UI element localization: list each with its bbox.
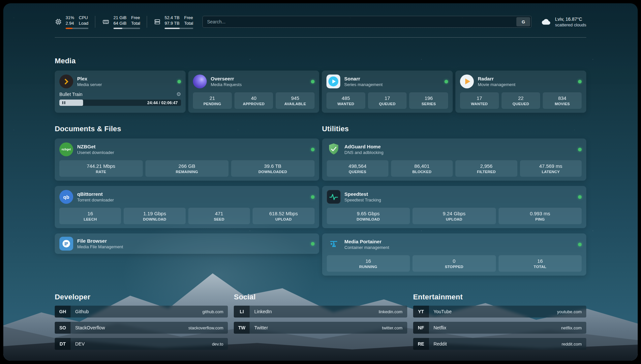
- pause-icon: [64, 101, 65, 104]
- cpu-progress-track: [66, 28, 88, 29]
- app-card-nzbget[interactable]: nzbget NZBGet Usenet downloader 744.21 M…: [55, 138, 319, 181]
- stat-label: QUERIES: [328, 169, 387, 174]
- stat-label: RATE: [61, 169, 141, 174]
- stat-value: 471: [190, 210, 249, 217]
- qbittorrent-icon: qb: [59, 190, 73, 204]
- stat-box: 17 QUEUED: [368, 92, 407, 109]
- cpu-loadavg: 2.94: [66, 20, 74, 26]
- bookmark-name: Twitter: [254, 325, 268, 330]
- stat-value: 39.6 TB: [232, 163, 313, 169]
- card-header: File Browser Media File Management: [59, 237, 315, 251]
- stat-label: PENDING: [194, 102, 230, 106]
- qbittorrent-wordmark: qb: [63, 194, 69, 200]
- bookmark-url: netflix.com: [561, 325, 586, 330]
- bookmark-url: github.com: [202, 309, 228, 314]
- stat-label: SEED: [190, 217, 249, 222]
- section-title-media: Media: [55, 57, 586, 65]
- app-card-qbittorrent[interactable]: qb qBittorrent Torrent downloader 16 LEE…: [55, 186, 319, 228]
- player-progress-fill[interactable]: [59, 100, 83, 106]
- weather-location: Lviv, 16.87°C: [555, 16, 586, 22]
- app-card-radarr[interactable]: Radarr Movie management 17 WANTED 2: [455, 71, 586, 113]
- bookmark-github[interactable]: GH Github github.com: [55, 306, 228, 318]
- bookmark-reddit[interactable]: RE Reddit reddit.com: [413, 338, 586, 350]
- stat-value: 17: [461, 95, 498, 102]
- section-title-social: Social: [234, 293, 407, 301]
- sonarr-icon: [326, 75, 340, 88]
- app-titles: Plex Media server: [77, 76, 102, 87]
- card-header: Media Portainer Container management: [327, 237, 582, 251]
- stat-value: 47.569 ms: [521, 163, 580, 169]
- stat-box: 498,564 QUERIES: [327, 160, 388, 177]
- memory-label-free: Free: [131, 15, 140, 20]
- section-title-documents: Documents & Files: [55, 125, 319, 133]
- online-status-dot: [578, 195, 582, 199]
- memory-label-total: Total: [131, 20, 140, 26]
- stat-box: 9.24 Gbps UPLOAD: [412, 208, 496, 224]
- bookmark-name: LinkedIn: [254, 309, 272, 314]
- stat-value: 21: [194, 95, 230, 102]
- section-title-developer: Developer: [55, 293, 228, 301]
- cpu-widget: 31% 2.94 CPU Load: [55, 15, 88, 29]
- stat-value: 485: [328, 95, 364, 102]
- stats-row: 744.21 Mbps RATE 266 GB REMAINING 39.6 T…: [59, 160, 315, 177]
- online-status-dot: [177, 80, 181, 83]
- bookmark-abbr: GH: [55, 306, 71, 318]
- app-titles: qBittorrent Torrent downloader: [77, 191, 114, 203]
- bookmark-linkedin[interactable]: LI LinkedIn linkedin.com: [234, 306, 407, 318]
- nzbget-icon: nzbget: [59, 142, 73, 156]
- card-header: nzbget NZBGet Usenet downloader: [59, 142, 315, 156]
- app-card-plex[interactable]: Plex Media server Bullet Train ⚙: [55, 71, 186, 113]
- stat-label: RUNNING: [328, 264, 409, 269]
- app-card-adguard[interactable]: AdGuard Home DNS and adblocking 498,564 …: [322, 138, 587, 181]
- stat-box: 945 AVAILABLE: [276, 92, 315, 109]
- bookmark-twitter[interactable]: TW Twitter twitter.com: [234, 322, 407, 334]
- bookmark-dev[interactable]: DT DEV dev.to: [55, 338, 228, 350]
- app-card-speedtest[interactable]: Speedtest Speedtest Tracking 9.65 Gbps D…: [322, 186, 587, 228]
- app-subtitle: Series management: [344, 82, 382, 87]
- storage-progress-track: [165, 28, 193, 29]
- bookmark-name: Netflix: [434, 325, 446, 330]
- bookmark-netflix[interactable]: NF Netflix netflix.com: [413, 322, 586, 334]
- bookmark-stackoverflow[interactable]: SO StackOverflow stackoverflow.com: [55, 322, 228, 334]
- stat-value: 498,564: [328, 163, 387, 169]
- memory-total: 64 GiB: [113, 20, 127, 26]
- stat-label: MOVIES: [544, 102, 580, 106]
- gear-icon[interactable]: ⚙: [176, 92, 181, 97]
- bookmark-name: YouTube: [434, 309, 452, 314]
- app-name: qBittorrent: [77, 191, 114, 197]
- stat-label: STOPPED: [414, 264, 495, 269]
- stat-value: 2,956: [457, 163, 516, 169]
- dashboard-background: 31% 2.94 CPU Load: [3, 3, 638, 361]
- search-engine-button[interactable]: G: [516, 17, 530, 26]
- search-input[interactable]: [207, 19, 516, 24]
- app-card-sonarr[interactable]: Sonarr Series management 485 WANTED: [322, 71, 453, 113]
- screenshot-frame: 31% 2.94 CPU Load: [0, 0, 641, 364]
- bookmark-url: twitter.com: [382, 325, 407, 330]
- stat-value: 744.21 Mbps: [61, 163, 141, 169]
- stat-value: 16: [500, 258, 581, 264]
- card-header: Radarr Movie management: [460, 75, 582, 88]
- section-media: Media Plex Media server Bullet Tra: [55, 57, 586, 113]
- weather-widget: Lviv, 16.87°C scattered clouds: [541, 16, 586, 28]
- cloud-icon: [541, 17, 551, 26]
- media-player-bar[interactable]: 24:44 / 02:06:47: [59, 100, 181, 106]
- stat-value: 9.65 Gbps: [328, 210, 409, 217]
- app-name: File Browser: [77, 238, 123, 244]
- cpu-icon: [55, 18, 62, 25]
- search-bar[interactable]: G: [202, 16, 532, 28]
- stat-value: 945: [277, 95, 313, 102]
- app-name: Radarr: [478, 76, 515, 82]
- stat-box: 47.569 ms LATENCY: [520, 160, 582, 177]
- stat-label: FILTERED: [457, 169, 516, 174]
- bookmark-abbr: RE: [413, 338, 429, 350]
- app-card-overseerr[interactable]: Overseerr Media Requests 21 PENDING: [188, 71, 319, 113]
- bookmark-youtube[interactable]: YT YouTube youtube.com: [413, 306, 586, 318]
- app-card-portainer[interactable]: Media Portainer Container management 16 …: [322, 233, 587, 276]
- cpu-percent: 31%: [66, 15, 74, 20]
- app-card-filebrowser[interactable]: File Browser Media File Management: [55, 233, 319, 254]
- online-status-dot: [578, 148, 582, 151]
- stat-label: LEECH: [61, 217, 120, 222]
- bookmark-abbr: TW: [234, 322, 250, 334]
- stat-box: 16 TOTAL: [499, 255, 582, 272]
- stat-value: 0: [414, 258, 495, 264]
